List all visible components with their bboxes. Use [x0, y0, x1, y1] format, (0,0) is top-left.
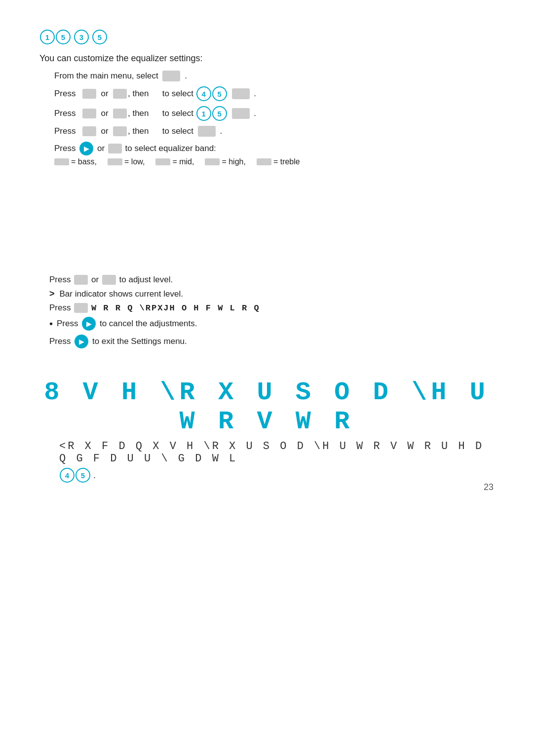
- adjust-or-label: or: [91, 275, 99, 285]
- cancel-press-label: Press: [57, 319, 78, 329]
- from-menu-text: From the main menu, select: [54, 71, 158, 81]
- heading-num-3: 3: [74, 30, 89, 44]
- page: 1 5 3 5 You can customize the equalizer …: [0, 0, 533, 512]
- sub-heading-text: <R X F D Q X V H \R X U S O D \H U W R V…: [39, 440, 494, 465]
- or-label-1: or: [97, 89, 112, 99]
- adjust-btn-2: [102, 275, 116, 285]
- then-label-2: , then: [128, 109, 160, 118]
- btn-placeholder-row2-1: [82, 109, 96, 118]
- instruction-row-2: Press or , then to select 1 5 .: [39, 106, 494, 121]
- cancel-menu-icon: ▶: [82, 317, 96, 331]
- to-select-label-2: to select: [162, 109, 193, 118]
- scrambled-btn: [74, 303, 88, 313]
- eq-bands-row: = bass, = low, = mid, = high, = treble: [39, 157, 494, 166]
- intro-text: You can customize the equalizer settings…: [39, 53, 494, 64]
- press-label-3: Press: [54, 126, 81, 136]
- to-select-label-3: to select: [162, 126, 193, 136]
- spacer-2: [39, 186, 494, 275]
- from-menu-row: From the main menu, select .: [39, 71, 494, 81]
- band-mid: = mid,: [155, 157, 194, 166]
- eq-press-label: Press: [54, 144, 76, 153]
- eq-row: Press ▶ or to select equalizer band:: [39, 142, 494, 155]
- scrambled-row: Press W R R Q \RPXJH O H F W L R Q: [39, 303, 494, 313]
- eq-to-select-text: to select equalizer band:: [125, 144, 216, 153]
- band-bass-label: = bass,: [71, 157, 97, 166]
- band-bass-icon: [54, 158, 69, 165]
- heading-num-1: 1: [40, 30, 55, 44]
- adjust-row: Press or to adjust level.: [39, 275, 494, 285]
- bar-indicator-row: > Bar indicator shows current level.: [39, 289, 494, 299]
- band-low: = low,: [108, 157, 145, 166]
- select-num-2-1: 1: [196, 106, 211, 121]
- bullet-icon: •: [49, 318, 53, 330]
- btn-placeholder-row1-1: [82, 89, 96, 99]
- scrambled-text: W R R Q \RPXJH O H F W L R Q: [91, 303, 260, 313]
- menu-button-placeholder: [162, 71, 180, 81]
- to-select-label-1: to select: [162, 89, 193, 99]
- exit-rest-text: to exit the Settings menu.: [92, 337, 187, 346]
- band-high: = high,: [205, 157, 245, 166]
- press-label-2: Press: [54, 109, 81, 118]
- btn-placeholder-row3-1: [82, 126, 96, 136]
- band-mid-label: = mid,: [172, 157, 194, 166]
- then-label-1: , then: [128, 89, 160, 99]
- result-placeholder-1: [232, 88, 250, 99]
- band-high-icon: [205, 158, 220, 165]
- adjust-text: to adjust level.: [119, 275, 173, 285]
- sub-with-nums-row: 4 5 .: [39, 468, 494, 483]
- cancel-rest-text: to cancel the adjustments.: [100, 319, 197, 329]
- big-heading: 8 V H \R X U S O D \H U W R V W R: [39, 378, 494, 436]
- instruction-row-3: Press or , then to select .: [39, 126, 494, 137]
- scrambled-press-label: Press: [49, 303, 71, 313]
- press-label-1: Press: [54, 89, 81, 99]
- section-heading: 1 5 3 5: [39, 30, 494, 44]
- heading-num-4: 5: [92, 30, 107, 44]
- eq-btn-placeholder: [108, 144, 122, 153]
- band-treble-label: = treble: [273, 157, 300, 166]
- cancel-row: • Press ▶ to cancel the adjustments.: [39, 317, 494, 331]
- select-num-1-5: 5: [212, 86, 227, 101]
- adjust-press-label: Press: [49, 275, 71, 285]
- result-placeholder-3: [198, 126, 216, 137]
- adjust-btn-1: [74, 275, 88, 285]
- btn-placeholder-row3-2: [113, 126, 127, 136]
- spacer-1: [39, 166, 494, 186]
- band-low-label: = low,: [124, 157, 145, 166]
- select-num-2-5: 5: [212, 106, 227, 121]
- or-label-3: or: [97, 126, 112, 136]
- band-bass: = bass,: [54, 157, 97, 166]
- page-number: 23: [484, 482, 494, 492]
- eq-menu-icon: ▶: [79, 142, 93, 155]
- or-label-2: or: [97, 109, 112, 118]
- band-treble-icon: [257, 158, 271, 165]
- instruction-row-1: Press or , then to select 4 5 .: [39, 86, 494, 101]
- arrow-icon: >: [49, 289, 55, 299]
- band-low-icon: [108, 158, 122, 165]
- eq-or-label: or: [97, 144, 105, 153]
- band-high-label: = high,: [222, 157, 245, 166]
- select-num-1-4: 4: [196, 86, 211, 101]
- exit-menu-icon: ▶: [75, 335, 88, 348]
- then-label-3: , then: [128, 126, 160, 136]
- heading-num-2: 5: [56, 30, 71, 44]
- sub-num-4: 4: [60, 468, 75, 483]
- band-treble: = treble: [257, 157, 300, 166]
- result-placeholder-2: [232, 108, 250, 119]
- btn-placeholder-row2-2: [113, 109, 127, 118]
- exit-press-label: Press: [49, 337, 71, 346]
- btn-placeholder-row1-2: [113, 89, 127, 99]
- exit-row: Press ▶ to exit the Settings menu.: [39, 335, 494, 348]
- bar-indicator-text: Bar indicator shows current level.: [60, 289, 183, 299]
- band-mid-icon: [155, 158, 170, 165]
- sub-num-5: 5: [76, 468, 90, 483]
